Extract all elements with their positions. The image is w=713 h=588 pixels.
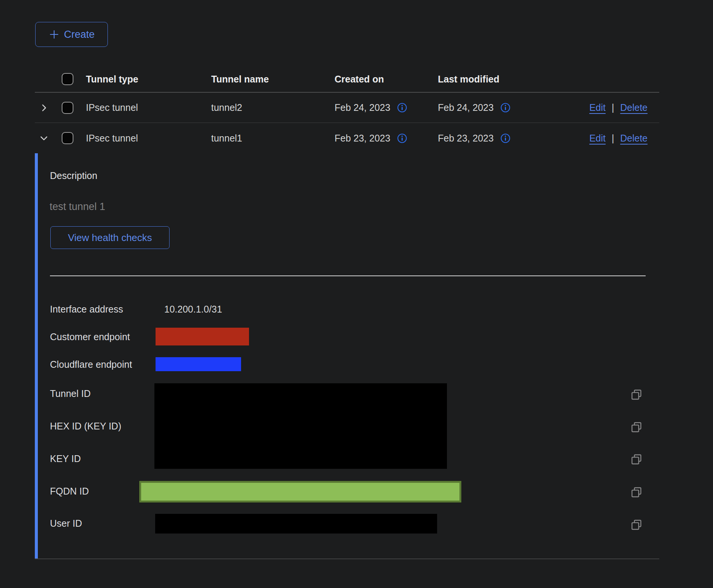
info-icon[interactable]	[397, 103, 407, 113]
table-header-row: Tunnel type Tunnel name Created on Last …	[35, 66, 659, 93]
column-header-tunnel-name: Tunnel name	[211, 74, 335, 85]
table-row: IPsec tunnel tunnel2 Feb 24, 2023 Feb 24…	[35, 93, 659, 123]
create-button-label: Create	[64, 29, 95, 40]
collapse-row-button[interactable]	[35, 133, 62, 143]
section-divider	[50, 275, 646, 276]
info-icon[interactable]	[500, 133, 511, 143]
copy-icon	[630, 486, 643, 499]
description-label: Description	[50, 170, 97, 181]
key-id-label: KEY ID	[50, 453, 81, 464]
hex-id-label: HEX ID (KEY ID)	[50, 421, 121, 432]
user-id-label: User ID	[50, 518, 82, 529]
delete-link[interactable]: Delete	[620, 133, 648, 144]
tunnel-type-cell: IPsec tunnel	[86, 102, 211, 113]
delete-link[interactable]: Delete	[620, 102, 648, 113]
copy-button[interactable]	[629, 452, 644, 467]
expand-row-button[interactable]	[35, 103, 62, 113]
column-header-created-on: Created on	[335, 74, 438, 85]
copy-icon	[630, 518, 643, 531]
fqdn-id-label: FQDN ID	[50, 486, 89, 497]
plus-icon	[48, 29, 60, 40]
created-on-cell: Feb 23, 2023	[335, 133, 390, 144]
action-separator: |	[612, 133, 614, 144]
copy-button[interactable]	[629, 485, 644, 500]
description-value: test tunnel 1	[50, 201, 105, 213]
interface-address-value: 10.200.1.0/31	[164, 304, 222, 315]
copy-button[interactable]	[629, 420, 644, 435]
tunnel-type-cell: IPsec tunnel	[86, 133, 211, 144]
table-bottom-divider	[35, 558, 659, 559]
last-modified-cell: Feb 24, 2023	[438, 102, 493, 113]
customer-endpoint-redaction	[156, 328, 249, 345]
view-health-checks-button[interactable]: View health checks	[50, 226, 170, 249]
copy-button[interactable]	[629, 517, 644, 532]
edit-link[interactable]: Edit	[589, 133, 606, 144]
expanded-row-accent-bar	[35, 153, 38, 558]
chevron-down-icon	[39, 133, 49, 143]
column-header-last-modified: Last modified	[438, 74, 582, 85]
chevron-right-icon	[39, 103, 49, 113]
copy-icon	[630, 421, 643, 434]
cloudflare-endpoint-redaction	[156, 357, 241, 371]
tunnel-id-redaction	[154, 383, 447, 469]
copy-icon	[630, 388, 643, 401]
row-checkbox[interactable]	[62, 102, 73, 114]
action-separator: |	[612, 102, 614, 113]
tunnel-name-cell: tunnel1	[211, 133, 335, 144]
table-row: IPsec tunnel tunnel1 Feb 23, 2023 Feb 23…	[35, 123, 659, 153]
copy-button[interactable]	[629, 387, 644, 402]
edit-link[interactable]: Edit	[589, 102, 606, 113]
last-modified-cell: Feb 23, 2023	[438, 133, 493, 144]
row-checkbox[interactable]	[62, 132, 73, 144]
select-all-checkbox[interactable]	[62, 73, 73, 85]
tunnel-id-label: Tunnel ID	[50, 388, 90, 399]
cloudflare-endpoint-label: Cloudflare endpoint	[50, 359, 132, 370]
fqdn-id-redaction	[139, 481, 461, 502]
create-button[interactable]: Create	[35, 22, 108, 47]
customer-endpoint-label: Customer endpoint	[50, 331, 130, 342]
info-icon[interactable]	[500, 103, 511, 113]
user-id-redaction	[155, 514, 437, 534]
info-icon[interactable]	[397, 133, 407, 143]
interface-address-label: Interface address	[50, 304, 123, 315]
column-header-tunnel-type: Tunnel type	[86, 74, 211, 85]
copy-icon	[630, 453, 643, 466]
tunnel-name-cell: tunnel2	[211, 102, 335, 113]
created-on-cell: Feb 24, 2023	[335, 102, 390, 113]
